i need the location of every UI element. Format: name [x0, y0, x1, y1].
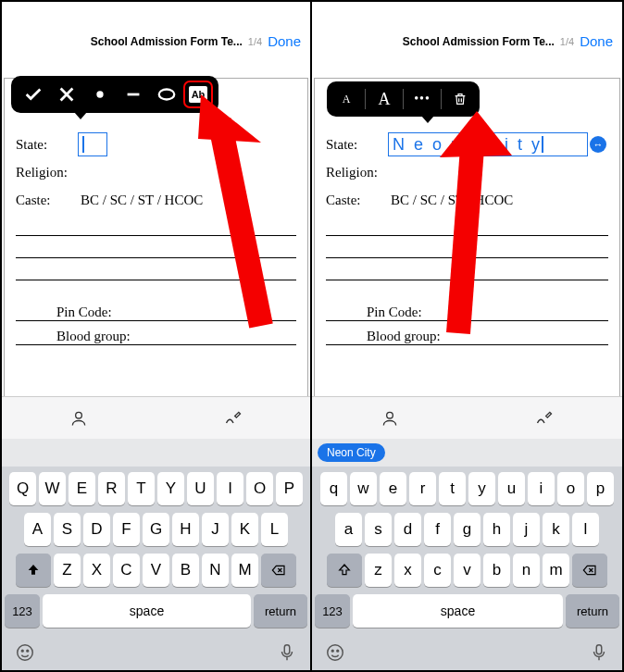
- key-t[interactable]: t: [439, 472, 466, 505]
- key-n[interactable]: n: [513, 554, 540, 587]
- key-q[interactable]: q: [320, 472, 347, 505]
- handwriting-icon[interactable]: [224, 409, 243, 428]
- key-j[interactable]: j: [513, 513, 540, 546]
- space-key[interactable]: space: [43, 594, 251, 628]
- suggestion-pill-row: Neon City: [312, 439, 622, 467]
- svg-marker-3: [198, 94, 261, 143]
- key-o[interactable]: O: [246, 472, 273, 505]
- key-b[interactable]: b: [483, 554, 510, 587]
- svg-rect-8: [284, 645, 290, 654]
- key-s[interactable]: s: [365, 513, 392, 546]
- person-icon[interactable]: [69, 409, 88, 428]
- key-d[interactable]: d: [394, 513, 421, 546]
- dot-tool[interactable]: [83, 78, 117, 111]
- mic-icon[interactable]: [589, 642, 609, 663]
- doc-title: School Admission Form Te...: [91, 35, 243, 48]
- svg-point-5: [18, 645, 33, 661]
- key-j[interactable]: J: [202, 513, 229, 546]
- shift-key[interactable]: [16, 554, 51, 587]
- key-v[interactable]: V: [143, 554, 169, 587]
- svg-line-2: [219, 120, 261, 326]
- key-u[interactable]: u: [498, 472, 525, 505]
- more-options-button[interactable]: •••: [406, 83, 438, 115]
- done-button[interactable]: Done: [268, 33, 301, 49]
- state-textbox[interactable]: [78, 132, 107, 156]
- return-key[interactable]: return: [254, 594, 307, 628]
- key-t[interactable]: T: [128, 472, 155, 505]
- key-s[interactable]: S: [54, 513, 81, 546]
- key-b[interactable]: B: [172, 554, 199, 587]
- done-button[interactable]: Done: [580, 33, 613, 49]
- emoji-icon[interactable]: [15, 642, 35, 663]
- key-g[interactable]: G: [143, 513, 169, 546]
- key-q[interactable]: Q: [9, 472, 36, 505]
- key-z[interactable]: Z: [54, 554, 81, 587]
- font-larger-button[interactable]: A: [368, 83, 400, 115]
- key-c[interactable]: C: [113, 554, 140, 587]
- svg-point-7: [27, 650, 29, 652]
- key-e[interactable]: e: [380, 472, 406, 505]
- person-icon[interactable]: [381, 409, 399, 428]
- key-w[interactable]: w: [350, 472, 377, 505]
- svg-point-4: [76, 412, 82, 418]
- key-m[interactable]: m: [543, 554, 569, 587]
- move-handle[interactable]: ↔: [590, 136, 606, 153]
- key-l[interactable]: l: [572, 513, 599, 546]
- key-n[interactable]: N: [202, 554, 229, 587]
- key-x[interactable]: x: [394, 554, 421, 587]
- trash-button[interactable]: [444, 83, 476, 115]
- key-f[interactable]: f: [424, 513, 451, 546]
- emoji-icon[interactable]: [325, 642, 345, 663]
- key-c[interactable]: c: [424, 554, 451, 587]
- key-h[interactable]: H: [172, 513, 199, 546]
- key-x[interactable]: X: [83, 554, 110, 587]
- key-w[interactable]: W: [39, 472, 66, 505]
- religion-label: Religion:: [16, 165, 81, 180]
- key-r[interactable]: R: [98, 472, 125, 505]
- mic-icon[interactable]: [277, 642, 297, 663]
- key-u[interactable]: U: [187, 472, 214, 505]
- svg-point-13: [331, 650, 333, 652]
- svg-marker-10: [440, 111, 512, 157]
- space-key[interactable]: space: [353, 594, 563, 628]
- doc-title: School Admission Form Te...: [403, 35, 555, 48]
- key-e[interactable]: E: [69, 472, 95, 505]
- checkmark-tool[interactable]: [17, 78, 50, 111]
- key-v[interactable]: v: [454, 554, 480, 587]
- numbers-key[interactable]: 123: [315, 594, 350, 628]
- key-k[interactable]: K: [231, 513, 258, 546]
- key-r[interactable]: r: [409, 472, 436, 505]
- caste-label: Caste:: [326, 193, 391, 208]
- shift-key[interactable]: [327, 554, 362, 587]
- key-d[interactable]: D: [83, 513, 110, 546]
- key-i[interactable]: i: [528, 472, 555, 505]
- key-y[interactable]: Y: [157, 472, 184, 505]
- key-f[interactable]: F: [113, 513, 140, 546]
- backspace-key[interactable]: [261, 554, 296, 587]
- svg-line-9: [458, 148, 472, 333]
- return-key[interactable]: return: [566, 594, 619, 628]
- key-h[interactable]: h: [483, 513, 510, 546]
- handwriting-icon[interactable]: [535, 409, 554, 428]
- key-a[interactable]: a: [335, 513, 362, 546]
- key-y[interactable]: y: [468, 472, 495, 505]
- numbers-key[interactable]: 123: [5, 594, 40, 628]
- key-z[interactable]: z: [365, 554, 392, 587]
- caste-label: Caste:: [16, 193, 81, 208]
- key-p[interactable]: p: [587, 472, 614, 505]
- key-k[interactable]: k: [543, 513, 569, 546]
- key-g[interactable]: g: [454, 513, 480, 546]
- key-i[interactable]: I: [217, 472, 243, 505]
- key-l[interactable]: L: [261, 513, 288, 546]
- suggestion-pill[interactable]: Neon City: [318, 443, 385, 462]
- svg-rect-15: [596, 645, 602, 654]
- page-counter: 1/4: [248, 36, 262, 47]
- key-o[interactable]: o: [557, 472, 584, 505]
- key-a[interactable]: A: [24, 513, 51, 546]
- key-p[interactable]: P: [276, 472, 303, 505]
- keyboard-suggestion-bar: [312, 396, 622, 439]
- key-m[interactable]: M: [231, 554, 258, 587]
- backspace-key[interactable]: [572, 554, 607, 587]
- x-tool[interactable]: [50, 78, 83, 111]
- font-smaller-button[interactable]: A: [331, 83, 362, 115]
